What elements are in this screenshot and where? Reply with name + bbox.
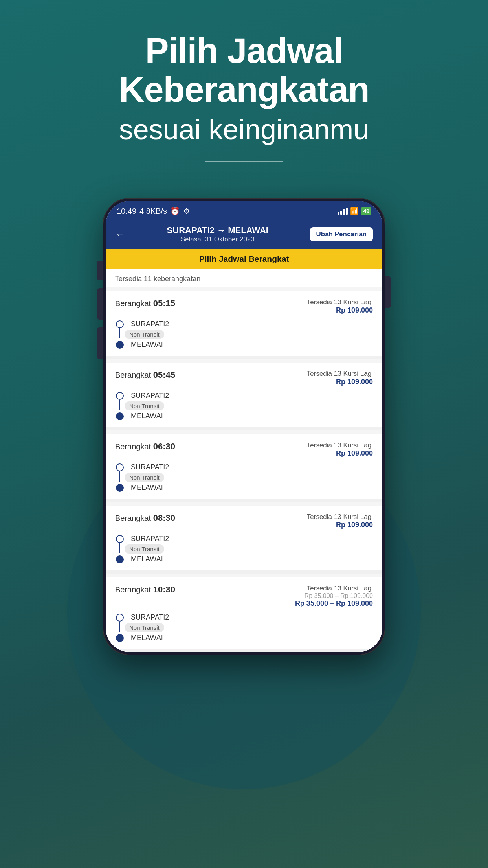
yellow-banner: Pilih Jadwal Berangkat [106,249,382,269]
stop-line-col [115,400,125,412]
origin-circle [116,463,124,471]
schedule-card[interactable]: Berangkat 10:30 Tersedia 13 Kursi Lagi R… [106,577,382,652]
stop-origin-icon [115,320,125,328]
time-value: 08:30 [153,513,175,523]
dest-name: MELAWAI [131,484,163,492]
origin-circle [116,614,124,622]
origin-circle [116,320,124,328]
signal-bar-2 [340,211,342,215]
stop-dest: MELAWAI [115,555,373,563]
origin-name: SURAPATI2 [131,392,169,400]
origin-name: SURAPATI2 [131,320,169,328]
stop-dest-icon [115,555,125,563]
back-button[interactable]: ← [115,228,125,241]
stop-origin: SURAPATI2 [115,392,373,400]
stop-dest-icon [115,341,125,349]
stop-dest: MELAWAI [115,634,373,642]
seat-available: Tersedia 13 Kursi Lagi [307,370,373,378]
signal-bar-4 [346,208,348,215]
route-line [119,471,121,482]
price-current: Rp 35.000 – Rp 109.000 [295,600,373,608]
phone-content: Tersedia 11 keberangkatan Berangkat 05:1… [106,269,382,652]
signal-bar-1 [338,212,339,215]
schedule-list: Berangkat 05:15 Tersedia 13 Kursi Lagi R… [106,291,382,652]
schedule-header: Berangkat 05:15 Tersedia 13 Kursi Lagi R… [115,298,373,314]
route-from: SURAPATI2 [167,225,215,235]
depart-label: Berangkat [115,371,153,379]
transit-row: Non Transit [115,622,373,634]
depart-time: Berangkat 05:45 [115,370,175,380]
title-line1: Pilih Jadwal [145,31,343,70]
depart-label: Berangkat [115,514,153,522]
status-left: 10:49 4.8KB/s ⏰ ⚙ [117,206,190,216]
seat-available: Tersedia 13 Kursi Lagi [295,585,373,592]
transit-row: Non Transit [115,543,373,555]
stop-line-col [115,328,125,340]
time-value: 10:30 [153,585,175,594]
volume-down-button [97,327,103,359]
phone-wrapper: 10:49 4.8KB/s ⏰ ⚙ 📶 49 [0,198,488,655]
dest-circle [116,412,124,420]
stop-line-col [115,471,125,484]
status-right: 📶 49 [338,207,371,215]
transit-badge: Non Transit [125,401,164,410]
route-arrow: → [217,225,228,235]
seat-info: Tersedia 13 Kursi Lagi Rp 109.000 [307,513,373,529]
price: Rp 109.000 [307,306,373,314]
dest-circle [116,555,124,563]
transit-row: Non Transit [115,471,373,484]
depart-label: Berangkat [115,442,153,451]
price: Rp 109.000 [307,378,373,386]
stop-dest: MELAWAI [115,484,373,492]
header-section: Pilih Jadwal Keberangkatan sesuai keingi… [0,0,488,198]
dest-name: MELAWAI [131,412,163,420]
stop-line-col [115,543,125,555]
schedule-header: Berangkat 10:30 Tersedia 13 Kursi Lagi R… [115,585,373,608]
stop-origin-icon [115,463,125,471]
route-to: MELAWAI [228,225,268,235]
transit-badge: Non Transit [125,473,164,482]
time-display: 10:49 [117,207,136,216]
route-stops: SURAPATI2 Non Transit MELAWAI [115,535,373,563]
stop-dest: MELAWAI [115,340,373,349]
schedule-card[interactable]: Berangkat 08:30 Tersedia 13 Kursi Lagi R… [106,506,382,574]
stop-origin: SURAPATI2 [115,320,373,328]
depart-label: Berangkat [115,299,153,308]
stop-dest-icon [115,484,125,492]
route-line [119,400,121,410]
dest-circle [116,484,124,492]
seat-info: Tersedia 13 Kursi Lagi Rp 109.000 [307,298,373,314]
origin-name: SURAPATI2 [131,613,169,622]
depart-time: Berangkat 08:30 [115,513,175,523]
stop-line-col [115,622,125,634]
ubah-pencarian-button[interactable]: Ubah Pencarian [310,227,373,241]
route-main: SURAPATI2 → MELAWAI [132,225,304,235]
depart-time: Berangkat 10:30 [115,585,175,595]
origin-circle [116,535,124,543]
origin-name: SURAPATI2 [131,463,169,471]
seat-available: Tersedia 13 Kursi Lagi [307,298,373,306]
schedule-card[interactable]: Berangkat 06:30 Tersedia 13 Kursi Lagi R… [106,434,382,502]
dest-name: MELAWAI [131,634,163,642]
schedule-card[interactable]: Berangkat 05:15 Tersedia 13 Kursi Lagi R… [106,291,382,359]
price: Rp 109.000 [307,449,373,458]
data-speed: 4.8KB/s [139,207,167,216]
transit-badge: Non Transit [125,544,164,554]
schedule-card[interactable]: Berangkat 05:45 Tersedia 13 Kursi Lagi R… [106,363,382,430]
dest-circle [116,634,124,642]
dest-name: MELAWAI [131,555,163,563]
depart-label: Berangkat [115,585,153,594]
seat-info: Tersedia 13 Kursi Lagi Rp 35.000 – Rp 10… [295,585,373,608]
subtitle: sesuai keinginanmu [39,113,449,145]
route-stops: SURAPATI2 Non Transit MELAWAI [115,320,373,349]
depart-time: Berangkat 05:15 [115,298,175,309]
origin-name: SURAPATI2 [131,535,169,543]
time-value: 05:15 [153,298,175,308]
route-stops: SURAPATI2 Non Transit MELAWAI [115,392,373,420]
price: Rp 109.000 [307,521,373,529]
nav-bar: ← SURAPATI2 → MELAWAI Selasa, 31 Oktober… [106,220,382,249]
stop-dest-icon [115,634,125,642]
mute-button [97,261,103,280]
price-strike: Rp 35.000 – Rp 109.000 [295,592,373,600]
stop-origin-icon [115,392,125,400]
